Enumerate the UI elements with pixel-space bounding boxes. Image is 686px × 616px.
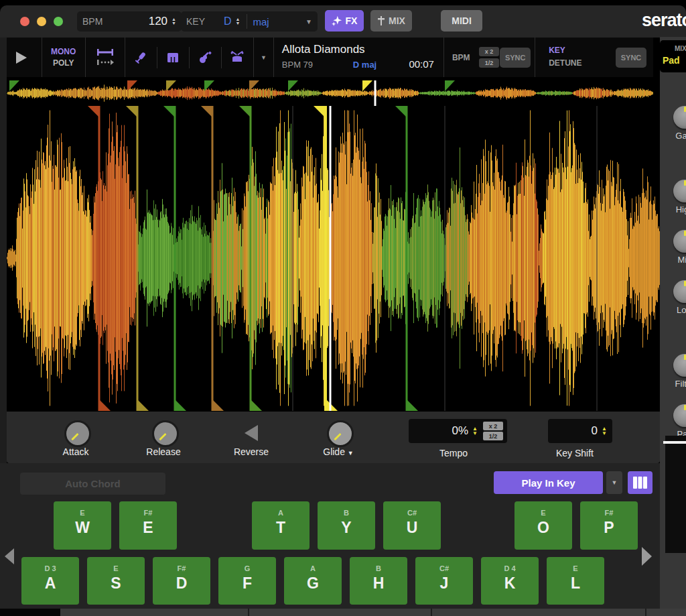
pads-prev-arrow[interactable] — [3, 547, 16, 566]
pad-key-U[interactable]: C#U — [383, 501, 441, 550]
keyshift-value[interactable]: 0 — [592, 424, 598, 438]
midi-button[interactable]: MIDI — [441, 10, 482, 32]
slice-marker-flag-top[interactable] — [239, 106, 251, 117]
pad-note-label: C# — [415, 564, 473, 572]
instrument-chevron-icon[interactable]: ▼ — [261, 54, 267, 61]
play-in-key-dropdown[interactable]: ▼ — [606, 471, 622, 494]
attack-knob[interactable] — [64, 420, 91, 447]
pad-key-H[interactable]: BH — [350, 557, 407, 605]
slice-marker-flag-bottom[interactable] — [251, 399, 262, 411]
mix-button[interactable]: MIX — [370, 10, 412, 32]
key-sync-button[interactable]: SYNC — [616, 48, 646, 68]
pad-key-A[interactable]: D 3A — [21, 557, 79, 605]
bpm-sync-button[interactable]: SYNC — [500, 48, 531, 68]
pan-knob[interactable] — [673, 404, 686, 427]
track-info[interactable]: Allota Diamonds BPM 79 D maj 00:07 — [274, 38, 444, 77]
bpm-value[interactable]: 120 — [149, 15, 167, 28]
reverse-icon[interactable] — [241, 423, 261, 443]
tab-pad[interactable]: Pad — [663, 55, 680, 66]
cue-marker-flag[interactable] — [249, 80, 259, 91]
bpm-x2-button[interactable]: x 2 — [479, 47, 499, 56]
keyboard-view-button[interactable] — [628, 471, 653, 494]
glide-knob[interactable] — [327, 420, 354, 447]
bpm-stepper-icon[interactable]: ▲▼ — [172, 17, 176, 25]
pad-key-S[interactable]: ES — [87, 557, 145, 605]
release-knob[interactable] — [152, 420, 179, 447]
active-slice-flag-top[interactable] — [314, 106, 326, 118]
pad-key-T[interactable]: AT — [252, 501, 310, 550]
tempo-half-button[interactable]: 1/2 — [483, 432, 503, 440]
auto-chord-button[interactable]: Auto Chord — [20, 473, 165, 495]
bpm-half-button[interactable]: 1/2 — [479, 58, 499, 68]
cue-marker-flag[interactable] — [204, 80, 214, 91]
tempo-x2-button[interactable]: x 2 — [483, 422, 503, 430]
pad-key-K[interactable]: D 4K — [481, 557, 539, 605]
play-icon[interactable] — [13, 50, 29, 66]
keyshift-stepper-icon[interactable]: ▲▼ — [602, 426, 607, 436]
loop-length-icon[interactable] — [96, 48, 114, 56]
glide-label[interactable]: Glide ▼ — [308, 446, 368, 457]
key-value[interactable]: D — [224, 15, 232, 27]
slice-marker-flag-top[interactable] — [395, 106, 407, 117]
slice-marker-flag-top[interactable] — [163, 106, 175, 117]
cue-marker-flag[interactable] — [9, 80, 19, 91]
slice-marker-flag-bottom[interactable] — [407, 399, 418, 411]
slice-marker-flag-bottom[interactable] — [175, 399, 186, 411]
pad-key-O[interactable]: EO — [514, 501, 572, 550]
slice-marker-flag-bottom[interactable] — [99, 399, 111, 411]
tempo-stepper-icon[interactable]: ▲▼ — [472, 426, 478, 436]
cue-marker-flag[interactable] — [288, 80, 298, 91]
pad-key-Y[interactable]: BY — [318, 501, 375, 550]
waveform-main[interactable] — [7, 106, 660, 411]
scale-select[interactable]: maj — [253, 16, 269, 27]
chevron-down-icon[interactable]: ▼ — [305, 18, 312, 25]
pad-key-W[interactable]: EW — [54, 501, 111, 550]
cue-marker-flag[interactable] — [127, 80, 137, 91]
volume-fader-track[interactable] — [665, 436, 686, 553]
close-window-icon[interactable] — [20, 17, 29, 26]
active-slice-flag-bottom[interactable] — [326, 399, 338, 411]
left-rail — [0, 38, 7, 463]
key-stepper-icon[interactable]: ▲▼ — [236, 17, 241, 25]
play-in-key-button[interactable]: Play In Key — [494, 471, 603, 494]
mid-knob[interactable] — [673, 230, 686, 253]
slice-marker-flag-top[interactable] — [126, 106, 137, 117]
mono-toggle[interactable]: MONO — [51, 47, 76, 56]
pad-key-F[interactable]: GF — [218, 557, 276, 605]
pad-key-G[interactable]: AG — [284, 557, 342, 605]
gain-knob[interactable] — [673, 106, 686, 129]
pad-key-D[interactable]: F#D — [153, 557, 210, 605]
volume-fader-handle[interactable] — [663, 441, 686, 444]
detune-label[interactable]: DETUNE — [549, 58, 581, 68]
waveform-overview[interactable] — [7, 80, 653, 106]
pad-key-label: U — [383, 519, 441, 537]
active-cue-flag[interactable] — [362, 80, 372, 91]
slice-marker-flag-bottom[interactable] — [212, 399, 224, 411]
guitar-icon[interactable] — [198, 51, 212, 64]
snap-arrow-icon[interactable] — [96, 58, 114, 66]
drums-icon[interactable] — [230, 51, 245, 64]
pad-key-P[interactable]: F#P — [580, 501, 638, 550]
bottom-keyboard-strip[interactable] — [0, 609, 686, 616]
cue-marker-flag[interactable] — [166, 80, 176, 91]
pad-key-L[interactable]: EL — [547, 557, 604, 605]
keyboard-icon[interactable] — [166, 51, 180, 64]
poly-toggle[interactable]: POLY — [53, 58, 74, 68]
tab-mix[interactable]: MIX — [675, 45, 686, 52]
fx-button[interactable]: FX — [325, 10, 364, 32]
pad-key-J[interactable]: C#J — [415, 557, 473, 605]
pad-key-E[interactable]: F#E — [119, 501, 177, 550]
low-knob[interactable] — [673, 280, 686, 303]
slice-marker-flag-top[interactable] — [88, 106, 99, 117]
tempo-value[interactable]: 0% — [452, 424, 469, 438]
slice-marker-flag-top[interactable] — [201, 106, 212, 117]
minimize-window-icon[interactable] — [37, 17, 46, 26]
slice-marker-flag-bottom[interactable] — [137, 399, 149, 411]
cue-marker-flag[interactable] — [445, 80, 455, 91]
microphone-icon[interactable] — [134, 51, 147, 64]
tempo-label: Tempo — [423, 448, 484, 458]
filter-knob[interactable] — [673, 354, 686, 377]
zoom-window-icon[interactable] — [54, 17, 63, 26]
high-knob[interactable] — [673, 180, 686, 202]
pads-next-arrow[interactable] — [639, 546, 654, 567]
